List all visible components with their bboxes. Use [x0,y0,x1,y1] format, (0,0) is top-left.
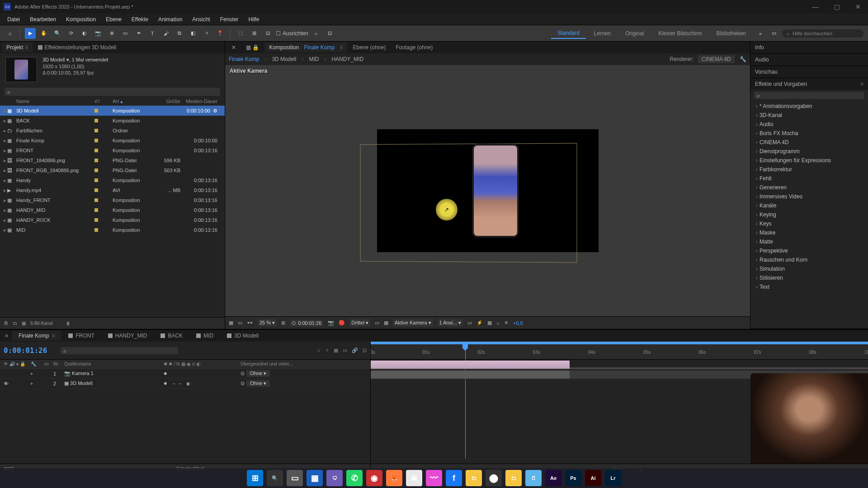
preview-time[interactable]: ⏲ 0:00:01:26 [290,319,323,327]
shape-tool[interactable]: ▭ [120,28,131,39]
project-item[interactable]: ▸ ▦ Handy Komposition 0:00:13:16 [0,175,225,185]
effect-category[interactable]: › Kanäle [750,201,868,210]
composition-tab[interactable]: Komposition Finale Komp ≡ [264,42,347,52]
effect-category[interactable]: › Audio [750,120,868,129]
stamp-tool[interactable]: ⧉ [174,28,185,39]
fast-preview-button[interactable]: ⚡ [476,320,483,326]
alpha-button[interactable]: ▦ [229,320,233,326]
taskbar-app[interactable]: ☠ [406,470,422,486]
minimize-button[interactable]: — [809,1,822,12]
pixel-aspect-button[interactable]: ▭ [467,320,472,326]
orbit-tool[interactable]: ⟳ [66,28,76,39]
workspace-bibliotheken[interactable]: Bibliotheken [710,28,752,38]
footage-tab[interactable]: Footage (ohne) [391,42,437,52]
effect-category[interactable]: › CINEMA 4D [750,138,868,147]
menu-fenster[interactable]: Fenster [216,14,243,24]
menu-effekte[interactable]: Effekte [127,14,153,24]
effect-category[interactable]: › Dienstprogramm [750,147,868,156]
alpha-button-2[interactable]: ▭ [238,320,242,326]
taskbar-app[interactable]: 🦊 [386,470,402,486]
project-item[interactable]: ▸ ▦ Handy_FRONT Komposition 0:00:13:16 [0,195,225,205]
tl-icon[interactable]: ✧ [325,347,329,353]
renderer-value[interactable]: CINEMA 4D [698,55,735,63]
selection-tool[interactable]: ▶ [25,28,36,39]
taskbar-app[interactable]: 🗒 [525,470,542,486]
menu-datei[interactable]: Datei [3,14,24,24]
breadcrumb-item[interactable]: HANDY_MID [331,56,363,62]
breadcrumb-item[interactable]: 3D Modell [272,56,296,62]
channels-button[interactable]: 🔴 [339,320,345,326]
effect-category[interactable]: › Matte [750,237,868,246]
roi-button[interactable]: ▭ [375,320,379,326]
project-item[interactable]: ▸ ▶ Handy.mp4 AVI ... MB 0:00:13:16 [0,185,225,195]
workspace-original[interactable]: Original [619,28,650,38]
effect-category[interactable]: › 3D-Kanal [750,111,868,120]
taskbar-app[interactable]: Ae [545,470,561,486]
timeline-button[interactable]: ▦ [487,320,492,326]
project-item[interactable]: ▸ 🖼 FRONT_1840886.png PNG-Datei 596 KB [0,155,225,165]
flowchart-button[interactable]: ⟐ [496,320,500,326]
timeline-tab[interactable]: BACK [154,331,189,341]
project-item[interactable]: ▸ ▦ 3D Modell Komposition 0:00:10:00 ⚙ [0,106,225,116]
brush-tool[interactable]: 🖌 [160,28,171,39]
timeline-layer[interactable]: 👁 ▸ 2 ▦ 3D Modell ✱ – – ◐ ⊙ Ohne ▾ [0,379,370,389]
delete-button[interactable]: 🗑 [66,321,71,326]
workspace-lernen[interactable]: Lernen [588,28,617,38]
local-axis-button[interactable]: ⬚ [235,28,246,39]
effect-category[interactable]: › Stilisieren [750,273,868,282]
view-camera-dropdown[interactable]: Aktive Kamera ▾ [393,319,433,327]
effects-search[interactable]: ⌕ [754,92,864,99]
workspace-more[interactable]: » [755,28,766,39]
preview-panel-header[interactable]: Vorschau [750,66,868,78]
new-comp-button[interactable]: ▦ [22,321,26,326]
menu-hilfe[interactable]: Hilfe [244,14,264,24]
roto-tool[interactable]: ✧ [201,28,212,39]
project-search[interactable]: ⌕ [5,88,220,96]
maximize-button[interactable]: ▢ [830,1,844,12]
help-search[interactable]: ⌕ Hilfe durchsuchen [782,29,863,38]
taskbar-app[interactable]: f [446,470,462,486]
camera-tool[interactable]: 📷 [93,28,104,39]
close-tab-icon[interactable]: ✕ [2,333,11,339]
timeline-tab[interactable]: 3D Modell [221,331,265,341]
workspace-standard[interactable]: Standard [551,28,586,39]
project-item[interactable]: ▸ ▦ BACK Komposition [0,116,225,126]
menu-komposition[interactable]: Komposition [61,14,100,24]
effect-category[interactable]: › Text [750,282,868,291]
reset-exposure-button[interactable]: ☀ [504,320,509,326]
taskbar-app[interactable]: ◉ [366,470,382,486]
menu-animation[interactable]: Animation [154,14,187,24]
effect-category[interactable]: › Simulation [750,264,868,273]
workspace-menu[interactable]: ▭ [769,28,779,39]
exposure-value[interactable]: +0,0 [513,320,523,326]
world-axis-button[interactable]: ⊞ [249,28,259,39]
timeline-tab[interactable]: MID [190,331,220,341]
effect-category[interactable]: › Generieren [750,183,868,192]
tl-icon[interactable]: 🔗 [352,347,358,353]
zoom-tool[interactable]: 🔍 [52,28,63,39]
hand-tool[interactable]: ✋ [38,28,49,39]
taskbar-app[interactable]: ▭ [287,470,303,486]
taskbar-app[interactable]: ✆ [346,470,363,486]
zoom-dropdown[interactable]: 25 % ▾ [258,319,277,327]
effect-category[interactable]: › Maske [750,228,868,237]
project-item[interactable]: ▸ ▦ HANDY_MID Komposition 0:00:13:16 [0,205,225,215]
column-size[interactable]: Größe [153,99,180,104]
interpret-button[interactable]: 🖹 [4,321,8,326]
column-duration[interactable]: Medien-Dauer [180,99,221,104]
timeline-tab[interactable]: Finale Komp ≡ [12,331,61,341]
puppet-tool[interactable]: 📍 [215,28,226,39]
taskbar-app[interactable]: 🗀 [505,470,522,486]
effect-category[interactable]: › Immersives Video [750,192,868,201]
timeline-tab[interactable]: FRONT [62,331,100,341]
effect-category[interactable]: › Rauschen und Korn [750,255,868,264]
tl-icon[interactable]: ⟐ [317,347,321,353]
project-item[interactable]: ▸ 🗀 Farbflächen Ordner [0,126,225,136]
breadcrumb-item[interactable]: MID [309,56,319,62]
resolution-grid-icon[interactable]: ⊞ [281,320,285,326]
view-axis-button[interactable]: ⊡ [262,28,273,39]
phone-3d-model[interactable] [472,144,519,238]
effect-category[interactable]: › Boris FX Mocha [750,129,868,138]
close-button[interactable]: ✕ [852,1,864,12]
viewport[interactable]: Aktive Kamera [225,65,750,316]
